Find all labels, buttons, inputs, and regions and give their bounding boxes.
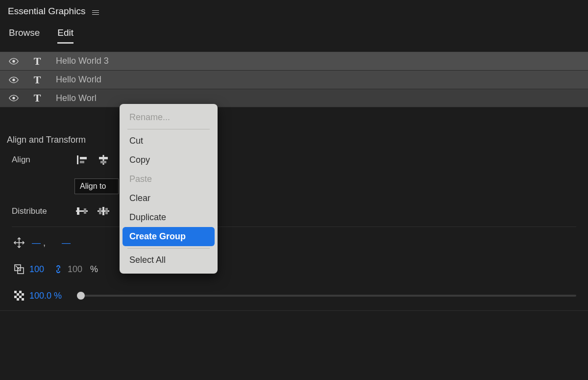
svg-rect-5 xyxy=(80,161,84,163)
distribute-label: Distribute xyxy=(12,206,74,216)
menu-select-all[interactable]: Select All xyxy=(120,251,218,270)
move-icon[interactable] xyxy=(12,236,26,249)
svg-rect-26 xyxy=(14,296,17,298)
menu-rename[interactable]: Rename... xyxy=(120,108,218,127)
panel-header: Essential Graphics xyxy=(0,0,588,21)
svg-rect-3 xyxy=(77,155,78,164)
position-x-value[interactable]: — xyxy=(29,238,43,248)
visibility-icon[interactable] xyxy=(9,95,19,101)
essential-graphics-panel: Essential Graphics Browse Edit T Hello W… xyxy=(0,0,588,380)
text-layer-icon: T xyxy=(27,75,47,85)
menu-paste[interactable]: Paste xyxy=(120,170,218,189)
svg-rect-11 xyxy=(84,208,86,214)
panel-menu-icon[interactable] xyxy=(92,10,99,15)
menu-separator xyxy=(127,129,210,129)
link-icon[interactable] xyxy=(51,263,66,276)
align-label: Align xyxy=(12,155,74,165)
scale-row: 100 100 % 0 ° xyxy=(12,261,576,277)
tab-browse[interactable]: Browse xyxy=(9,27,40,44)
opacity-slider-thumb[interactable] xyxy=(77,292,85,300)
layer-label: Hello World xyxy=(56,75,101,85)
layer-label: Hello Worl xyxy=(56,93,97,103)
position-y-value[interactable]: — xyxy=(47,238,86,248)
align-center-horizontal-icon[interactable] xyxy=(96,153,111,166)
align-to-row: Align to xyxy=(12,178,576,194)
svg-rect-24 xyxy=(17,293,19,296)
svg-rect-14 xyxy=(102,207,104,215)
menu-create-group[interactable]: Create Group xyxy=(122,227,215,246)
layer-row[interactable]: T Hello World 3 xyxy=(0,51,588,70)
distribute-horizontal-center-icon[interactable] xyxy=(96,205,111,218)
menu-cut[interactable]: Cut xyxy=(120,131,218,151)
svg-rect-22 xyxy=(14,291,17,293)
svg-rect-25 xyxy=(22,293,24,296)
layer-list: T Hello World 3 T Hello World T Hello Wo… xyxy=(0,51,588,107)
svg-rect-8 xyxy=(100,161,106,163)
layer-row[interactable]: T Hello Worl xyxy=(0,89,588,107)
scale-height-value[interactable]: 100 xyxy=(68,264,87,275)
position-separator: , xyxy=(43,238,46,248)
position-row: — , — 0.0 xyxy=(12,235,576,251)
scale-width-value[interactable]: 100 xyxy=(29,264,49,275)
svg-rect-13 xyxy=(99,208,101,214)
svg-rect-15 xyxy=(105,208,108,214)
align-left-icon[interactable] xyxy=(74,153,89,166)
section-align-transform: Align and Transform xyxy=(0,135,588,152)
align-row: Align xyxy=(12,152,576,168)
svg-rect-4 xyxy=(80,157,87,159)
panel-title: Essential Graphics xyxy=(8,6,85,17)
opacity-value[interactable]: 100.0 % xyxy=(29,291,69,301)
opacity-row: 100.0 % xyxy=(12,288,576,304)
align-to-dropdown[interactable]: Align to xyxy=(74,178,119,194)
svg-rect-23 xyxy=(19,291,22,293)
tab-edit[interactable]: Edit xyxy=(57,27,74,44)
align-to-label: Align to xyxy=(80,182,106,191)
svg-point-0 xyxy=(12,60,15,62)
menu-copy[interactable]: Copy xyxy=(120,151,218,170)
divider xyxy=(0,310,588,311)
svg-rect-10 xyxy=(77,207,79,215)
opacity-slider[interactable] xyxy=(78,295,576,297)
menu-separator xyxy=(127,248,210,249)
svg-rect-7 xyxy=(99,157,108,159)
scale-unit: % xyxy=(90,264,105,275)
tabs: Browse Edit xyxy=(0,21,588,44)
svg-point-1 xyxy=(12,78,15,81)
visibility-icon[interactable] xyxy=(9,76,19,83)
distribute-row: Distribute xyxy=(12,205,576,227)
menu-duplicate[interactable]: Duplicate xyxy=(120,208,218,227)
text-layer-icon: T xyxy=(27,56,47,67)
svg-point-2 xyxy=(12,97,15,99)
svg-rect-28 xyxy=(17,298,19,301)
scale-icon[interactable] xyxy=(12,263,26,276)
menu-clear[interactable]: Clear xyxy=(120,189,218,208)
context-menu: Rename... Cut Copy Paste Clear Duplicate… xyxy=(120,104,218,274)
controls: Align Align to Distribute xyxy=(0,152,588,308)
distribute-horizontal-left-icon[interactable] xyxy=(74,205,89,218)
visibility-icon[interactable] xyxy=(9,58,19,65)
layer-label: Hello World 3 xyxy=(56,56,109,66)
svg-rect-29 xyxy=(22,298,24,301)
layer-row[interactable]: T Hello World xyxy=(0,70,588,89)
svg-rect-27 xyxy=(19,296,22,298)
opacity-icon[interactable] xyxy=(12,289,26,302)
text-layer-icon: T xyxy=(27,93,47,103)
